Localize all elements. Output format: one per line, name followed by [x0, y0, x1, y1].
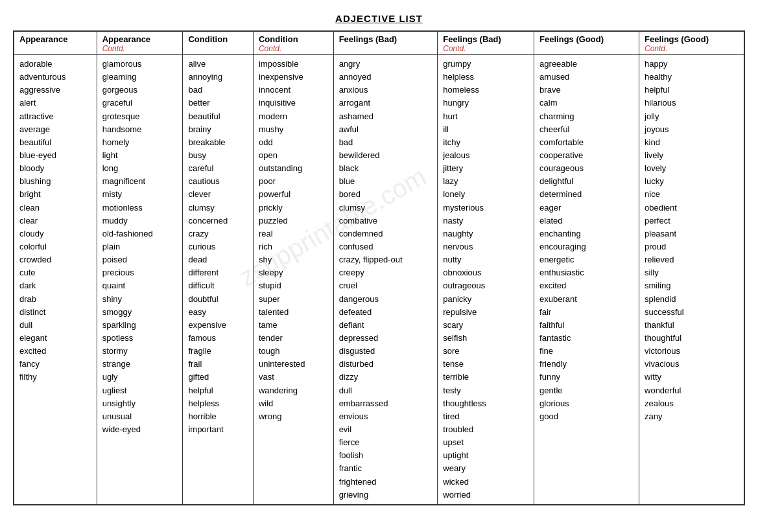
list-item: aggressive	[19, 84, 91, 97]
list-item: helpful	[188, 384, 248, 397]
list-item: ugly	[102, 371, 178, 384]
list-item: pleasant	[645, 227, 739, 240]
list-item: graceful	[102, 97, 178, 110]
list-item: fragile	[188, 345, 248, 358]
list-item: frail	[188, 358, 248, 371]
list-item: excited	[19, 345, 91, 358]
list-item: wonderful	[645, 384, 739, 397]
list-item: troubled	[443, 423, 528, 436]
list-item: agreeable	[539, 58, 634, 71]
list-item: motionless	[102, 202, 178, 214]
list-item: weary	[443, 462, 528, 475]
list-item: important	[188, 423, 248, 436]
list-item: tough	[259, 345, 328, 358]
list-item: brainy	[188, 123, 248, 136]
list-item: super	[259, 293, 328, 306]
list-item: uninterested	[259, 358, 328, 371]
list-item: joyous	[645, 123, 739, 136]
list-item: enchanting	[539, 227, 634, 240]
list-item: grotesque	[102, 110, 178, 123]
list-item: tired	[443, 410, 528, 423]
list-item: famous	[188, 332, 248, 345]
list-item: dizzy	[339, 371, 432, 384]
list-item: bewildered	[339, 149, 432, 162]
list-item: silly	[645, 266, 739, 279]
list-item: modern	[259, 110, 328, 123]
list-item: ashamed	[339, 110, 432, 123]
list-item: plain	[102, 240, 178, 253]
list-item: vivacious	[645, 358, 739, 371]
list-item: annoying	[188, 71, 248, 84]
list-item: stupid	[259, 279, 328, 292]
list-item: muddy	[102, 214, 178, 227]
list-item: gentle	[539, 384, 634, 397]
list-item: uptight	[443, 449, 528, 462]
list-item: colorful	[19, 240, 91, 253]
col-content-1: glamorousgleaminggorgeousgracefulgrotesq…	[97, 55, 183, 505]
list-item: zealous	[645, 397, 739, 410]
list-item: worried	[443, 489, 528, 502]
list-item: friendly	[539, 358, 634, 371]
list-item: gifted	[188, 371, 248, 384]
list-item: evil	[339, 423, 432, 436]
list-item: scary	[443, 319, 528, 332]
list-item: wandering	[259, 384, 328, 397]
col-content-4: angryannoyedanxiousarrogantashamedawfulb…	[333, 55, 438, 505]
list-item: open	[259, 149, 328, 162]
list-item: frantic	[339, 462, 432, 475]
list-item: disturbed	[339, 358, 432, 371]
list-item: blue	[339, 175, 432, 188]
list-item: hungry	[443, 97, 528, 110]
list-item: ill	[443, 123, 528, 136]
list-item: lonely	[443, 188, 528, 201]
list-item: dull	[339, 384, 432, 397]
list-item: bad	[339, 136, 432, 149]
list-item: combative	[339, 214, 432, 227]
col-subtitle-7: Contd.	[645, 44, 739, 53]
list-item: tame	[259, 319, 328, 332]
list-item: homely	[102, 136, 178, 149]
col-content-3: impossibleinexpensiveinnocentinquisitive…	[253, 55, 333, 505]
adjective-table: AppearanceAppearanceContd.ConditionCondi…	[13, 30, 745, 505]
list-item: crowded	[19, 253, 91, 266]
list-item: careful	[188, 162, 248, 175]
list-item: misty	[102, 188, 178, 201]
list-item: envious	[339, 410, 432, 423]
list-item: upset	[443, 436, 528, 449]
list-item: terrible	[443, 371, 528, 384]
list-item: nasty	[443, 214, 528, 227]
list-item: wild	[259, 397, 328, 410]
list-item: thankful	[645, 319, 739, 332]
col-content-7: happyhealthyhelpfulhilariousjollyjoyousk…	[639, 55, 744, 505]
list-item: old-fashioned	[102, 227, 178, 240]
list-item: frightened	[339, 476, 432, 489]
list-item: amused	[539, 71, 634, 84]
list-item: defeated	[339, 306, 432, 319]
list-item: fantastic	[539, 332, 634, 345]
list-item: angry	[339, 58, 432, 71]
list-item: easy	[188, 306, 248, 319]
list-item: precious	[102, 266, 178, 279]
list-item: excited	[539, 279, 634, 292]
list-item: inexpensive	[259, 71, 328, 84]
list-item: homeless	[443, 84, 528, 97]
col-header-4: Feelings (Bad)	[333, 32, 438, 55]
list-item: obnoxious	[443, 266, 528, 279]
list-item: beautiful	[188, 110, 248, 123]
list-item: lovely	[645, 162, 739, 175]
list-item: innocent	[259, 84, 328, 97]
list-item: zany	[645, 410, 739, 423]
list-item: repulsive	[443, 306, 528, 319]
list-item: blushing	[19, 175, 91, 188]
list-item: lazy	[443, 175, 528, 188]
list-item: filthy	[19, 371, 91, 384]
list-item: odd	[259, 136, 328, 149]
list-item: cruel	[339, 279, 432, 292]
list-item: outstanding	[259, 162, 328, 175]
list-item: cute	[19, 266, 91, 279]
list-item: clumsy	[188, 202, 248, 214]
list-item: splendid	[645, 293, 739, 306]
list-item: disgusted	[339, 345, 432, 358]
list-item: cooperative	[539, 149, 634, 162]
list-item: condemned	[339, 227, 432, 240]
